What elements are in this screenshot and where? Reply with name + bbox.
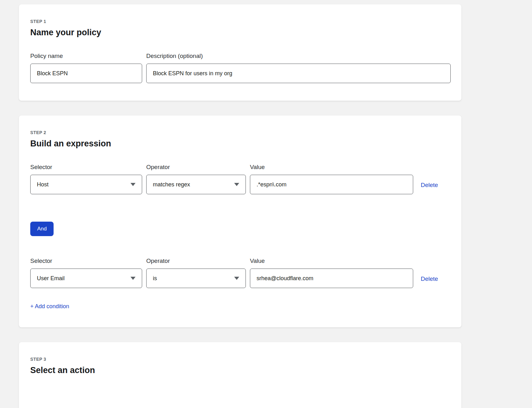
step2-label: STEP 2 — [30, 130, 451, 135]
chevron-down-icon — [234, 277, 239, 280]
step3-label: STEP 3 — [30, 357, 451, 362]
delete-column: Delete — [421, 182, 438, 194]
value-input[interactable] — [250, 269, 413, 288]
description-label: Description (optional) — [146, 53, 451, 60]
step3-card: STEP 3 Select an action — [19, 342, 461, 408]
operator-dropdown[interactable]: matches regex — [146, 175, 246, 194]
selector-label: Selector — [30, 258, 142, 264]
chevron-down-icon — [234, 183, 239, 186]
step3-title: Select an action — [30, 366, 451, 375]
policy-name-field-group: Policy name — [30, 53, 142, 83]
delete-condition-link[interactable]: Delete — [421, 182, 438, 188]
logic-operator-row: And — [30, 194, 451, 258]
step1-fields-row: Policy name Description (optional) — [30, 53, 451, 83]
step1-title: Name your policy — [30, 28, 451, 37]
step1-label: STEP 1 — [30, 19, 451, 24]
value-input[interactable] — [250, 175, 413, 194]
and-button[interactable]: And — [30, 222, 54, 236]
step1-card: STEP 1 Name your policy Policy name Desc… — [19, 4, 461, 101]
operator-label: Operator — [146, 164, 246, 171]
add-condition-link[interactable]: + Add condition — [30, 303, 69, 310]
operator-dropdown-value: is — [153, 275, 157, 282]
selector-field-group: Selector User Email — [30, 258, 142, 288]
selector-label: Selector — [30, 164, 142, 171]
description-field-group: Description (optional) — [146, 53, 451, 83]
operator-field-group: Operator matches regex — [146, 164, 246, 194]
selector-field-group: Selector Host — [30, 164, 142, 194]
operator-label: Operator — [146, 258, 246, 264]
selector-dropdown-value: Host — [37, 181, 49, 188]
selector-dropdown-value: User Email — [37, 275, 65, 282]
selector-dropdown[interactable]: Host — [30, 175, 142, 194]
value-field-group: Value — [250, 258, 413, 288]
delete-column: Delete — [421, 275, 438, 288]
operator-dropdown-value: matches regex — [153, 181, 190, 188]
description-input[interactable] — [146, 64, 451, 83]
condition-row-2: Selector User Email Operator is Value De… — [30, 258, 451, 288]
chevron-down-icon — [130, 183, 136, 186]
value-label: Value — [250, 164, 413, 171]
condition-row-1: Selector Host Operator matches regex Val… — [30, 164, 451, 194]
value-field-group: Value — [250, 164, 413, 194]
value-label: Value — [250, 258, 413, 264]
policy-name-label: Policy name — [30, 53, 142, 60]
step2-card: STEP 2 Build an expression Selector Host… — [19, 116, 461, 327]
policy-builder-page: STEP 1 Name your policy Policy name Desc… — [0, 0, 532, 408]
operator-dropdown[interactable]: is — [146, 269, 246, 288]
operator-field-group: Operator is — [146, 258, 246, 288]
delete-condition-link[interactable]: Delete — [421, 275, 438, 282]
chevron-down-icon — [130, 277, 136, 280]
step2-title: Build an expression — [30, 139, 451, 149]
policy-name-input[interactable] — [30, 64, 142, 83]
selector-dropdown[interactable]: User Email — [30, 269, 142, 288]
